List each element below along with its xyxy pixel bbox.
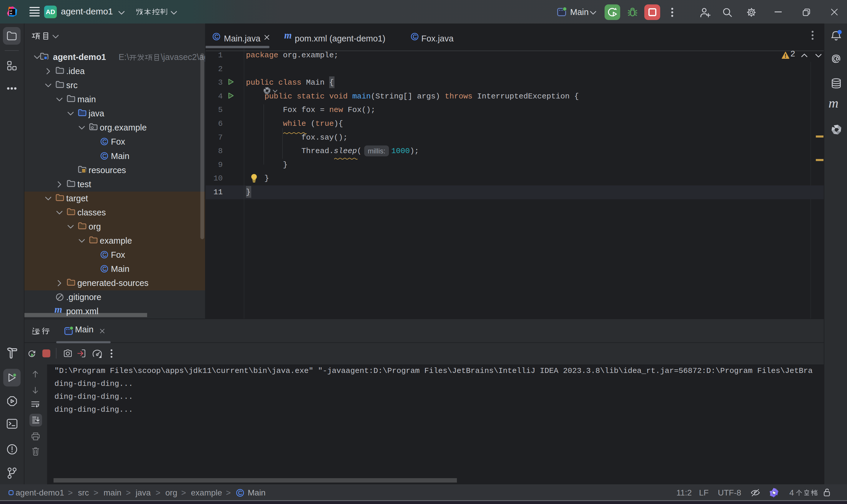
- svg-text:IJ: IJ: [10, 9, 12, 12]
